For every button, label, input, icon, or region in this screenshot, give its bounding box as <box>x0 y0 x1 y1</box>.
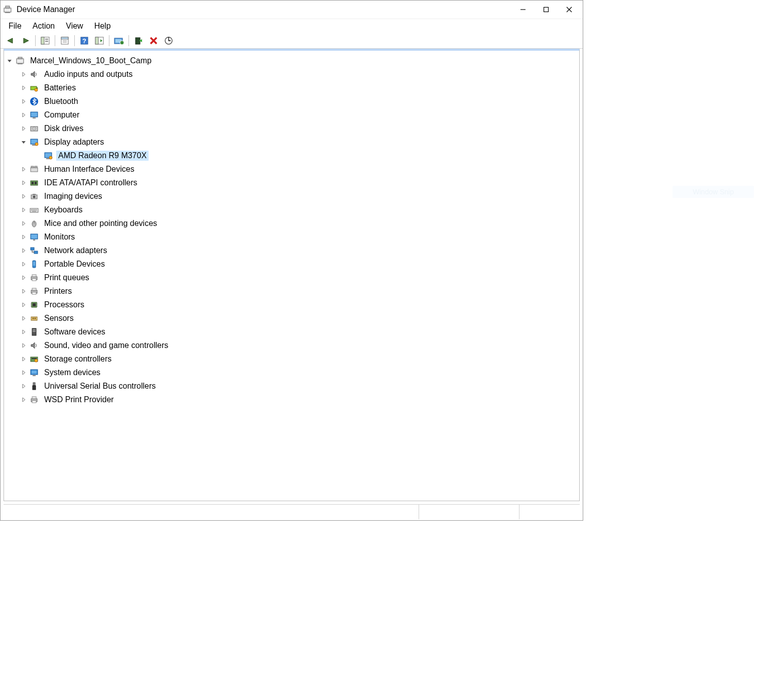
menu-file[interactable]: File <box>4 20 27 32</box>
chevron-right-icon[interactable] <box>20 220 27 227</box>
status-pane-2 <box>419 505 519 519</box>
properties-button[interactable] <box>58 34 72 47</box>
chevron-right-icon[interactable] <box>20 98 27 105</box>
tree-item-label: Mice and other pointing devices <box>42 218 159 228</box>
tree-item-label: Batteries <box>42 83 78 93</box>
audio-icon <box>29 69 39 79</box>
tree-item[interactable]: Universal Serial Bus controllers <box>20 379 577 393</box>
tree-item[interactable]: Monitors <box>20 230 577 244</box>
chevron-right-icon[interactable] <box>20 206 27 213</box>
tree-item-label: Network adapters <box>42 246 109 256</box>
svg-rect-73 <box>32 288 36 290</box>
tree-item-label: Human Interface Devices <box>42 164 137 174</box>
tree-item[interactable]: System devices <box>20 366 577 379</box>
chevron-right-icon[interactable] <box>20 288 27 295</box>
tree-item[interactable]: Imaging devices <box>20 189 577 203</box>
chevron-right-icon[interactable] <box>20 315 27 322</box>
tree-item[interactable]: Processors <box>20 298 577 311</box>
scan-hardware-button[interactable] <box>162 34 176 47</box>
chevron-right-icon[interactable] <box>20 166 27 173</box>
chevron-right-icon[interactable] <box>20 356 27 363</box>
toolbar: ? <box>1 33 583 49</box>
svg-rect-25 <box>18 57 22 59</box>
tree-item-label: Software devices <box>42 327 107 337</box>
chevron-right-icon[interactable] <box>20 111 27 119</box>
chevron-down-icon[interactable] <box>6 57 13 64</box>
imaging-icon <box>29 191 39 201</box>
menu-action[interactable]: Action <box>28 20 60 32</box>
chevron-right-icon[interactable] <box>20 342 27 349</box>
enable-device-button[interactable] <box>132 34 146 47</box>
properties-icon <box>60 36 70 45</box>
svg-point-21 <box>120 41 124 45</box>
minimize-button[interactable] <box>511 2 535 18</box>
menu-view[interactable]: View <box>61 20 88 32</box>
svg-rect-94 <box>32 371 37 374</box>
tree-item[interactable]: Batteries <box>20 81 577 94</box>
chevron-right-icon[interactable] <box>20 274 27 281</box>
tree-item[interactable]: Network adapters <box>20 244 577 257</box>
chevron-right-icon[interactable] <box>20 193 27 200</box>
tree-item[interactable]: Mice and other pointing devices <box>20 216 577 230</box>
tree-item[interactable]: Sound, video and game controllers <box>20 338 577 352</box>
chevron-right-icon[interactable] <box>20 179 27 186</box>
tree-item[interactable]: Print queues <box>20 271 577 284</box>
tree-item[interactable]: Portable Devices <box>20 257 577 271</box>
chevron-right-icon[interactable] <box>20 383 27 390</box>
close-button[interactable] <box>558 2 581 18</box>
chevron-right-icon[interactable] <box>20 369 27 376</box>
app-icon <box>3 5 13 15</box>
action-button[interactable] <box>92 34 106 47</box>
tree-item-label: Bluetooth <box>42 96 80 106</box>
tree-item[interactable]: Computer <box>20 108 577 122</box>
tree-item[interactable]: Sensors <box>20 311 577 325</box>
title-bar: Device Manager <box>1 1 583 19</box>
chevron-right-icon[interactable] <box>20 301 27 308</box>
tree-item-label: Storage controllers <box>42 354 113 364</box>
tree-item[interactable]: Bluetooth <box>20 94 577 108</box>
chevron-right-icon[interactable] <box>20 396 27 403</box>
svg-rect-22 <box>136 38 140 44</box>
tree-item[interactable]: AMD Radeon R9 M370X <box>34 149 577 162</box>
help-button[interactable]: ? <box>77 34 91 47</box>
forward-button[interactable] <box>19 34 33 47</box>
chevron-right-icon[interactable] <box>20 247 27 254</box>
printer-icon <box>29 286 39 296</box>
svg-rect-24 <box>17 59 24 63</box>
maximize-button[interactable] <box>535 2 558 18</box>
menu-bar: FileActionViewHelp <box>1 19 583 33</box>
show-hide-tree-button[interactable] <box>38 34 52 47</box>
tree-item[interactable]: Display adapters <box>20 135 577 149</box>
chevron-right-icon[interactable] <box>20 234 27 241</box>
tree-item[interactable]: WSD Print Provider <box>20 393 577 406</box>
update-driver-button[interactable] <box>112 34 126 47</box>
show-hide-tree-icon <box>40 36 50 45</box>
chevron-right-icon[interactable] <box>20 125 27 132</box>
tree-item[interactable]: Human Interface Devices <box>20 162 577 176</box>
chevron-right-icon[interactable] <box>20 71 27 78</box>
tree-item-label: Monitors <box>42 232 77 242</box>
chevron-right-icon[interactable] <box>20 328 27 335</box>
back-button[interactable] <box>4 34 18 47</box>
tree-item[interactable]: IDE ATA/ATAPI controllers <box>20 176 577 189</box>
tree-item[interactable]: Storage controllers <box>20 352 577 366</box>
tree-item[interactable]: Printers <box>20 284 577 298</box>
uninstall-device-button[interactable] <box>147 34 161 47</box>
mouse-icon <box>29 218 39 228</box>
tree-item-label: Display adapters <box>42 137 106 147</box>
device-tree-frame: Marcel_Windows_10_Boot_CampAudio inputs … <box>4 49 580 501</box>
tree-item[interactable]: Marcel_Windows_10_Boot_Camp <box>6 54 577 67</box>
device-tree[interactable]: Marcel_Windows_10_Boot_CampAudio inputs … <box>4 51 579 409</box>
tree-item[interactable]: Keyboards <box>20 203 577 216</box>
tree-item[interactable]: Disk drives <box>20 122 577 135</box>
window-title: Device Manager <box>17 5 511 14</box>
chevron-down-icon[interactable] <box>20 139 27 146</box>
chevron-right-icon[interactable] <box>20 261 27 268</box>
chevron-right-icon[interactable] <box>20 84 27 91</box>
svg-rect-65 <box>31 248 34 250</box>
tree-item[interactable]: Software devices <box>20 325 577 338</box>
svg-rect-99 <box>32 401 36 403</box>
tree-item[interactable]: Audio inputs and outputs <box>20 67 577 81</box>
svg-rect-93 <box>33 375 36 376</box>
menu-help[interactable]: Help <box>89 20 116 32</box>
